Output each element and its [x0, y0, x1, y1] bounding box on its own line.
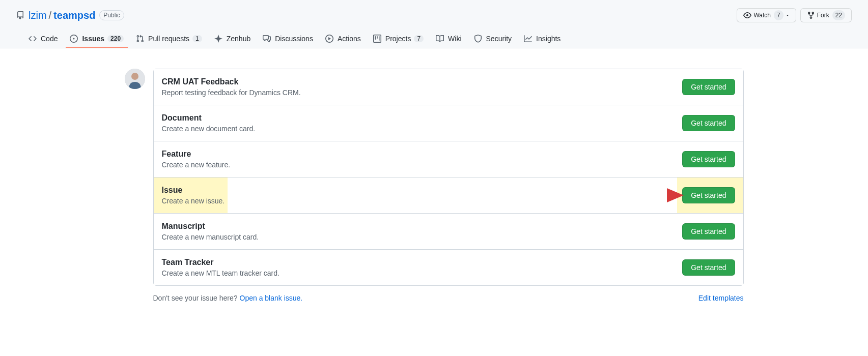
repo-name-link[interactable]: teampsd — [53, 10, 95, 21]
watch-count: 7 — [774, 10, 783, 20]
tab-label: Zenhub — [227, 35, 250, 43]
template-row: Team TrackerCreate a new MTL team tracke… — [154, 250, 743, 285]
user-avatar[interactable] — [125, 69, 145, 89]
template-title: CRM UAT Feedback — [162, 77, 683, 86]
actions-icon — [325, 35, 333, 43]
edit-templates-link[interactable]: Edit templates — [698, 294, 744, 302]
repo-tabs: CodeIssues220Pull requests1ZenhubDiscuss… — [16, 31, 852, 48]
tab-label: Projects — [385, 35, 411, 43]
template-info: FeatureCreate a new feature. — [162, 150, 683, 169]
security-icon — [474, 35, 482, 43]
tab-count: 1 — [192, 35, 202, 42]
tab-count: 220 — [107, 35, 124, 42]
tab-label: Code — [41, 35, 58, 43]
template-title: Team Tracker — [162, 258, 683, 267]
tab-label: Insights — [536, 35, 561, 43]
tab-label: Security — [486, 35, 512, 43]
tab-projects[interactable]: Projects7 — [369, 31, 428, 48]
tab-count: 7 — [414, 35, 424, 42]
tab-label: Issues — [82, 35, 104, 43]
path-separator: / — [49, 10, 52, 21]
tab-insights[interactable]: Insights — [520, 31, 565, 48]
template-row: ManuscriptCreate a new manuscript card.G… — [154, 214, 743, 250]
template-title: Feature — [162, 150, 683, 159]
fork-label: Fork — [817, 10, 829, 20]
wiki-icon — [436, 35, 444, 43]
svg-point-1 — [131, 73, 138, 80]
template-row: DocumentCreate a new document card.Get s… — [154, 105, 743, 141]
tab-issues[interactable]: Issues220 — [66, 31, 128, 48]
template-description: Create a new issue. — [162, 197, 683, 205]
issue-template-list: CRM UAT FeedbackReport testing feedback … — [153, 69, 744, 286]
template-info: ManuscriptCreate a new manuscript card. — [162, 222, 683, 241]
tab-label: Discussions — [275, 35, 313, 43]
eye-icon — [743, 11, 751, 19]
tab-label: Actions — [338, 35, 361, 43]
footer-prompt: Don't see your issue here? — [153, 294, 240, 302]
get-started-button[interactable]: Get started — [682, 115, 735, 131]
template-row: CRM UAT FeedbackReport testing feedback … — [154, 69, 743, 105]
template-description: Create a new document card. — [162, 125, 683, 133]
content-column: CRM UAT FeedbackReport testing feedback … — [153, 69, 744, 302]
avatar-column — [125, 69, 153, 302]
open-blank-issue-link[interactable]: Open a blank issue. — [240, 294, 303, 302]
template-info: Team TrackerCreate a new MTL team tracke… — [162, 258, 683, 277]
tab-security[interactable]: Security — [470, 31, 516, 48]
main-content: CRM UAT FeedbackReport testing feedback … — [108, 48, 760, 322]
fork-button[interactable]: Fork 22 — [800, 8, 852, 22]
tab-actions[interactable]: Actions — [321, 31, 365, 48]
template-description: Create a new manuscript card. — [162, 233, 683, 241]
discussions-icon — [263, 35, 271, 43]
template-description: Create a new feature. — [162, 161, 683, 169]
template-row: FeatureCreate a new feature.Get started — [154, 141, 743, 177]
template-row: IssueCreate a new issue.Get started — [154, 177, 743, 214]
get-started-button[interactable]: Get started — [682, 187, 735, 203]
watch-label: Watch — [753, 10, 771, 20]
repo-visibility-badge: Public — [99, 10, 124, 20]
template-footer: Don't see your issue here? Open a blank … — [153, 294, 744, 302]
template-title: Issue — [162, 186, 683, 195]
pulls-icon — [136, 35, 144, 43]
tab-pulls[interactable]: Pull requests1 — [132, 31, 206, 48]
repo-title-row: lzim / teampsd Public Watch 7 — [16, 8, 852, 31]
zenhub-icon — [214, 35, 222, 43]
tab-code[interactable]: Code — [24, 31, 62, 48]
template-info: IssueCreate a new issue. — [162, 186, 683, 205]
get-started-button[interactable]: Get started — [682, 259, 735, 276]
tab-zenhub[interactable]: Zenhub — [210, 31, 255, 48]
template-description: Report testing feedback for Dynamics CRM… — [162, 88, 683, 97]
get-started-button[interactable]: Get started — [682, 223, 735, 240]
projects-icon — [373, 35, 381, 43]
issues-icon — [70, 35, 78, 43]
template-title: Document — [162, 113, 683, 123]
repo-header: lzim / teampsd Public Watch 7 — [0, 0, 868, 48]
tab-discussions[interactable]: Discussions — [259, 31, 317, 48]
repo-actions: Watch 7 Fork 22 — [737, 8, 852, 22]
tab-label: Wiki — [448, 35, 461, 43]
repo-icon — [16, 11, 24, 19]
fork-count: 22 — [832, 10, 845, 20]
caret-down-icon — [786, 13, 790, 17]
tab-label: Pull requests — [148, 35, 189, 43]
template-info: CRM UAT FeedbackReport testing feedback … — [162, 77, 683, 97]
fork-icon — [807, 11, 815, 19]
insights-icon — [524, 35, 532, 43]
watch-button[interactable]: Watch 7 — [737, 8, 796, 22]
template-description: Create a new MTL team tracker card. — [162, 269, 683, 277]
get-started-button[interactable]: Get started — [682, 151, 735, 167]
tab-wiki[interactable]: Wiki — [432, 31, 465, 48]
get-started-button[interactable]: Get started — [682, 79, 735, 95]
code-icon — [29, 35, 37, 43]
template-info: DocumentCreate a new document card. — [162, 113, 683, 133]
template-title: Manuscript — [162, 222, 683, 231]
repo-owner-link[interactable]: lzim — [29, 10, 47, 21]
